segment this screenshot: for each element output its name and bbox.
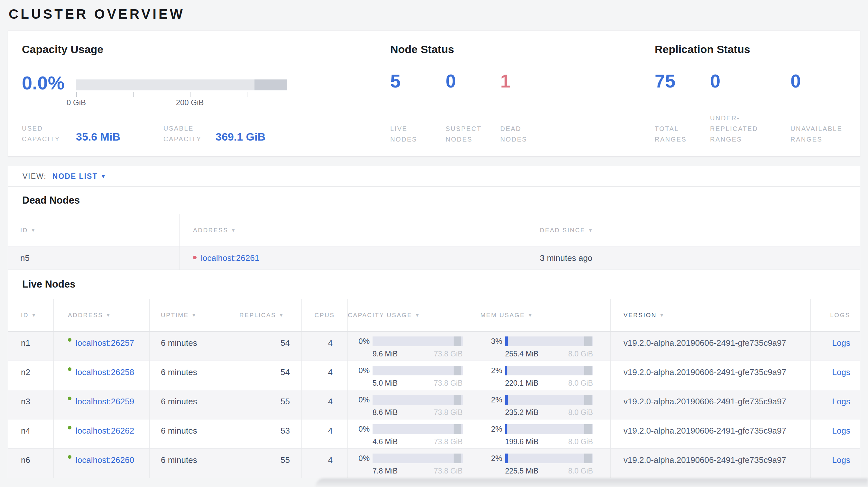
- replication-status-section: Replication Status 75 TOTAL RANGES 0 UND…: [655, 31, 864, 156]
- bar-track: [373, 424, 463, 434]
- live-nodes-heading: Live Nodes: [8, 270, 860, 299]
- capacity-usage-bar: 0%: [355, 453, 463, 463]
- cluster-summary-card: Capacity Usage 0.0% 0 GiB 200 GiB USED C…: [8, 31, 860, 157]
- bar-reserved-segment: [584, 366, 592, 376]
- capacity-bar-reserved-segment: [254, 79, 287, 90]
- node-status-dot-icon: [68, 338, 71, 342]
- node-cpus-cell: 4: [302, 419, 347, 448]
- dead-header-address[interactable]: ADDRESS▼: [179, 214, 527, 246]
- used-capacity-label: USED CAPACITY: [22, 123, 70, 144]
- capacity-total-value: 73.8 GiB: [434, 378, 463, 388]
- under-replicated-ranges-label: UNDER-REPLICATED RANGES: [710, 113, 781, 145]
- node-version-cell: v19.2.0-alpha.20190606-2491-gfe735c9a97: [610, 332, 810, 361]
- bar-value-labels: 5.0 MiB73.8 GiB: [373, 378, 463, 388]
- node-logs-cell: Logs: [810, 332, 860, 361]
- dead-nodes-heading: Dead Nodes: [8, 187, 860, 214]
- bar-reserved-segment: [454, 454, 461, 463]
- dead-nodes-label: DEAD NODES: [500, 124, 540, 145]
- unavailable-ranges-label: UNAVAILABLE RANGES: [790, 124, 855, 145]
- node-address-link[interactable]: localhost:26260: [75, 455, 134, 465]
- live-header-cpus: CPUS: [302, 299, 347, 331]
- node-status-section: Node Status 5 LIVE NODES 0 SUSPECT NODES…: [390, 31, 570, 156]
- node-logs-link[interactable]: Logs: [832, 338, 850, 348]
- unavailable-ranges-count: 0: [790, 71, 801, 91]
- live-header-replicas[interactable]: REPLICAS▼: [221, 299, 302, 331]
- node-address-link[interactable]: localhost:26261: [201, 253, 259, 263]
- capacity-total-value: 73.8 GiB: [434, 408, 463, 418]
- capacity-used-value: 5.0 MiB: [373, 378, 398, 388]
- bar-track: [373, 366, 463, 376]
- axis-tick-label: 0 GiB: [57, 98, 96, 107]
- capacity-usage-percent: 0.0%: [22, 72, 64, 94]
- node-address-link[interactable]: localhost:26257: [75, 338, 134, 348]
- live-header-id[interactable]: ID▼: [8, 299, 53, 331]
- capacity-usage-bar: 0%: [355, 424, 463, 434]
- node-logs-link[interactable]: Logs: [832, 367, 850, 377]
- node-logs-cell: Logs: [810, 449, 860, 478]
- cluster-overview-page: CLUSTER OVERVIEW Capacity Usage 0.0% 0 G…: [0, 0, 868, 487]
- mem-usage-percent: 2%: [488, 365, 502, 376]
- node-status-dot-icon: [68, 455, 71, 459]
- mem-usage-cell: 2%199.6 MiB8.0 GiB: [480, 419, 610, 448]
- bar-reserved-segment: [584, 336, 592, 346]
- live-nodes-count: 5: [390, 71, 401, 91]
- table-row: n2localhost:262586 minutes5440%5.0 MiB73…: [8, 361, 860, 390]
- mem-total-value: 8.0 GiB: [568, 466, 593, 476]
- column-label: ID: [20, 227, 28, 234]
- bar-reserved-segment: [454, 366, 461, 376]
- node-address-link[interactable]: localhost:26262: [75, 426, 134, 436]
- live-header-capacity[interactable]: CAPACITY USAGE▼: [347, 299, 480, 331]
- bar-reserved-segment: [454, 395, 461, 404]
- node-logs-cell: Logs: [810, 361, 860, 390]
- mem-used-value: 199.6 MiB: [505, 437, 538, 447]
- view-selector-dropdown[interactable]: NODE LIST ▾: [53, 172, 105, 181]
- bar-track: [505, 336, 593, 346]
- live-header-mem[interactable]: MEM USAGE▼: [480, 299, 610, 331]
- bar-reserved-segment: [584, 395, 592, 404]
- mem-total-value: 8.0 GiB: [568, 378, 593, 388]
- node-address-link[interactable]: localhost:26259: [75, 397, 134, 407]
- node-logs-link[interactable]: Logs: [832, 455, 850, 465]
- capacity-usage-cell: 0%8.6 MiB73.8 GiB: [347, 390, 480, 419]
- table-row: n3localhost:262596 minutes5540%8.6 MiB73…: [8, 390, 860, 419]
- column-label: ADDRESS: [193, 227, 228, 234]
- column-label: REPLICAS: [239, 312, 276, 319]
- live-header-version[interactable]: VERSION▼: [610, 299, 810, 331]
- capacity-total-value: 73.8 GiB: [434, 437, 463, 447]
- column-label: ADDRESS: [68, 312, 103, 319]
- dead-nodes-title: Dead Nodes: [22, 195, 80, 206]
- sort-icon: ▼: [588, 228, 593, 233]
- sort-icon: ▼: [659, 313, 664, 318]
- live-header-address[interactable]: ADDRESS▼: [53, 299, 149, 331]
- node-version-cell: v19.2.0-alpha.20190606-2491-gfe735c9a97: [610, 390, 810, 419]
- bar-value-labels: 9.6 MiB73.8 GiB: [373, 349, 463, 359]
- node-id-cell: n5: [8, 247, 179, 269]
- mem-used-value: 235.2 MiB: [505, 408, 538, 418]
- bar-reserved-segment: [584, 424, 592, 434]
- dead-nodes-count: 1: [500, 71, 510, 91]
- axis-tick-label: 200 GiB: [170, 98, 209, 107]
- mem-usage-bar: 2%: [488, 453, 593, 463]
- axis-tick: [133, 92, 133, 97]
- capacity-total-value: 73.8 GiB: [434, 349, 463, 359]
- bar-track: [505, 424, 593, 434]
- mem-usage-bar: 2%: [488, 424, 593, 434]
- node-id-cell: n1: [8, 332, 53, 361]
- mem-total-value: 8.0 GiB: [568, 349, 593, 359]
- capacity-usage-percent: 0%: [355, 336, 370, 346]
- bar-track: [505, 395, 593, 404]
- live-header-uptime[interactable]: UPTIME▼: [149, 299, 221, 331]
- node-id-cell: n2: [8, 361, 53, 390]
- node-address-cell: localhost:26261: [179, 247, 527, 269]
- node-logs-link[interactable]: Logs: [832, 426, 850, 436]
- node-logs-link[interactable]: Logs: [832, 397, 850, 407]
- bar-value-labels: 255.4 MiB8.0 GiB: [505, 349, 593, 359]
- node-address-link[interactable]: localhost:26258: [75, 367, 134, 377]
- mem-usage-percent: 2%: [488, 424, 502, 434]
- table-row: n1localhost:262576 minutes5440%9.6 MiB73…: [8, 332, 860, 361]
- dead-header-id[interactable]: ID▼: [8, 214, 179, 246]
- column-label: CAPACITY USAGE: [348, 312, 412, 319]
- bar-track: [505, 454, 593, 463]
- dead-header-dead_since[interactable]: DEAD SINCE▼: [527, 214, 860, 246]
- node-id-cell: n6: [8, 449, 53, 478]
